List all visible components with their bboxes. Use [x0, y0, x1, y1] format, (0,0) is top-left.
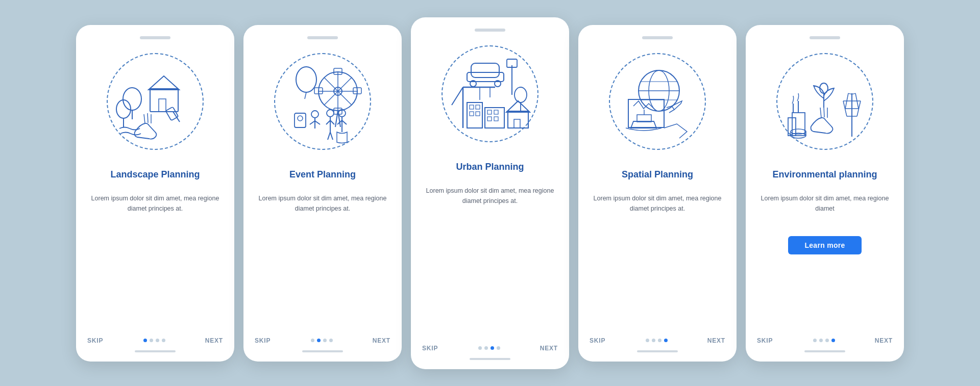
- svg-line-77: [820, 108, 821, 118]
- svg-marker-1: [149, 76, 179, 90]
- dot-e4: [329, 339, 333, 342]
- next-urban[interactable]: NEXT: [540, 345, 558, 352]
- bottom-urban: SKIP NEXT: [422, 340, 558, 352]
- svg-line-7: [144, 114, 145, 123]
- top-bar-landscape: [87, 36, 223, 39]
- card-spatial: Spatial Planning Lorem ipsum dolor sit d…: [578, 25, 737, 362]
- dot-s3: [658, 339, 662, 342]
- svg-point-27: [311, 111, 318, 118]
- top-bar-urban: [422, 29, 558, 32]
- svg-rect-2: [159, 99, 166, 112]
- illustration-env: [764, 45, 886, 158]
- svg-line-30: [315, 121, 320, 124]
- next-event[interactable]: NEXT: [373, 337, 390, 344]
- cards-container: Landscape Planning Lorem ipsum dolor sit…: [56, 2, 924, 384]
- card-urban: Urban Planning Lorem ipsum dolor sit dim…: [411, 17, 569, 369]
- svg-rect-59: [494, 110, 498, 114]
- svg-point-31: [327, 110, 334, 117]
- skip-env[interactable]: SKIP: [757, 337, 773, 344]
- dot-u4: [497, 346, 500, 350]
- next-spatial[interactable]: NEXT: [707, 337, 725, 344]
- event-icon: [272, 53, 374, 150]
- dot-4: [162, 339, 165, 342]
- svg-line-36: [330, 132, 333, 140]
- body-event: Lorem ipsum dolor sit dim amet, mea regi…: [255, 193, 390, 228]
- svg-line-78: [824, 107, 824, 117]
- next-env[interactable]: NEXT: [875, 337, 893, 344]
- illustration-event: [261, 45, 384, 158]
- svg-rect-72: [628, 99, 664, 127]
- dot-env4: [831, 339, 835, 342]
- bottom-handle-urban: [470, 358, 510, 360]
- svg-line-40: [342, 120, 347, 124]
- dots-landscape: [143, 339, 165, 342]
- svg-rect-55: [470, 112, 474, 116]
- svg-marker-63: [506, 101, 530, 112]
- top-bar-event: [255, 36, 390, 39]
- next-landscape[interactable]: NEXT: [205, 337, 223, 344]
- body-spatial: Lorem ipsum dolor sit dim amet, mea regi…: [590, 193, 725, 228]
- dot-e3: [323, 339, 327, 342]
- illustration-spatial: [596, 45, 719, 158]
- skip-spatial[interactable]: SKIP: [590, 337, 605, 344]
- svg-point-81: [820, 83, 828, 93]
- svg-line-29: [310, 121, 315, 124]
- title-urban: Urban Planning: [456, 155, 524, 179]
- svg-point-3: [123, 88, 141, 110]
- dot-e2: [317, 339, 321, 342]
- bottom-landscape: SKIP NEXT: [87, 332, 223, 344]
- card-event: Event Planning Lorem ipsum dolor sit dim…: [243, 25, 402, 362]
- urban-icon: [436, 44, 544, 143]
- notch-event: [307, 36, 338, 39]
- title-event: Event Planning: [289, 163, 356, 187]
- card-landscape: Landscape Planning Lorem ipsum dolor sit…: [76, 25, 234, 362]
- dot-3: [156, 339, 159, 342]
- svg-point-26: [298, 116, 303, 121]
- notch: [140, 36, 170, 39]
- svg-line-34: [330, 120, 334, 124]
- dot-env3: [825, 339, 829, 342]
- bottom-event: SKIP NEXT: [255, 332, 390, 344]
- dot-1: [143, 339, 147, 342]
- svg-rect-56: [476, 112, 480, 116]
- dot-s2: [652, 339, 655, 342]
- illustration-landscape: [94, 45, 216, 158]
- svg-rect-61: [494, 117, 498, 121]
- landscape-icon: [104, 53, 206, 150]
- illustration-urban: [429, 38, 551, 150]
- bottom-handle-landscape: [135, 350, 176, 352]
- skip-landscape[interactable]: SKIP: [87, 337, 103, 344]
- svg-point-65: [514, 87, 527, 102]
- bottom-handle-spatial: [637, 350, 678, 352]
- svg-line-35: [328, 132, 330, 140]
- svg-rect-82: [792, 113, 805, 136]
- skip-event[interactable]: SKIP: [255, 337, 271, 344]
- spatial-icon: [605, 53, 710, 150]
- bottom-handle-event: [302, 350, 343, 352]
- dot-u3: [491, 346, 494, 350]
- svg-rect-53: [470, 105, 474, 109]
- bottom-spatial: SKIP NEXT: [590, 332, 725, 344]
- svg-rect-60: [487, 117, 492, 121]
- svg-rect-41: [471, 63, 499, 78]
- dot-env2: [819, 339, 823, 342]
- title-environmental: Environmental planning: [772, 163, 877, 187]
- environmental-icon: [773, 53, 877, 150]
- svg-rect-57: [485, 108, 504, 128]
- svg-rect-11: [166, 107, 179, 120]
- svg-rect-25: [295, 113, 306, 127]
- dot-s4: [664, 339, 668, 342]
- learn-more-button[interactable]: Learn more: [788, 236, 861, 254]
- svg-line-33: [326, 120, 330, 124]
- dots-spatial: [646, 339, 668, 342]
- dots-env: [813, 339, 835, 342]
- svg-line-74: [669, 110, 674, 113]
- title-landscape: Landscape Planning: [110, 163, 200, 187]
- dot-u2: [484, 346, 488, 350]
- title-spatial: Spatial Planning: [622, 163, 693, 187]
- dots-urban: [478, 346, 500, 350]
- top-bar-spatial: [590, 36, 725, 39]
- skip-urban[interactable]: SKIP: [422, 345, 438, 352]
- svg-line-8: [148, 113, 148, 123]
- dot-u1: [478, 346, 482, 350]
